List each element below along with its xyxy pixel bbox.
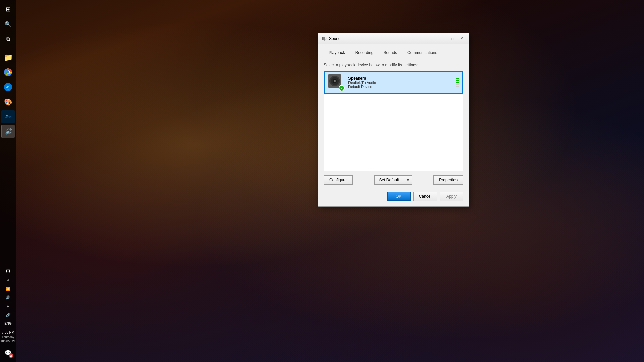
sound-dialog: Sound — □ ✕ Playback Recording Sounds Co… [318, 33, 469, 207]
device-volume-indicator [456, 78, 459, 87]
action-buttons: OK Cancel Apply [324, 189, 463, 201]
dialog-icon [321, 36, 327, 42]
tab-bar: Playback Recording Sounds Communications [324, 48, 463, 57]
apply-button[interactable]: Apply [440, 192, 463, 201]
title-bar-controls: — □ ✕ [440, 35, 466, 42]
empty-list-area [324, 94, 463, 171]
properties-button[interactable]: Properties [433, 175, 463, 185]
device-list[interactable]: ✓ Speakers Realtek(R) Audio Default Devi… [324, 71, 463, 171]
device-icon-container: ✓ [328, 74, 344, 90]
device-name: Speakers [348, 76, 456, 81]
ok-button[interactable]: OK [387, 192, 411, 201]
playback-description: Select a playback device below to modify… [324, 63, 463, 67]
device-info: Speakers Realtek(R) Audio Default Device [348, 76, 456, 89]
tab-sounds[interactable]: Sounds [378, 48, 402, 57]
device-status: Default Device [348, 85, 456, 89]
default-device-badge: ✓ [339, 85, 345, 91]
set-default-group: Set Default ▼ [374, 175, 412, 185]
device-action-buttons: Configure Set Default ▼ Properties [324, 175, 463, 185]
minimize-button[interactable]: — [440, 35, 448, 42]
maximize-button[interactable]: □ [448, 35, 457, 42]
close-button[interactable]: ✕ [457, 35, 466, 42]
svg-point-11 [334, 81, 335, 82]
desktop: ⊞ 🔍 ⧉ 📁 [0, 0, 644, 362]
tab-playback[interactable]: Playback [324, 48, 350, 57]
dialog-title: Sound [329, 36, 440, 41]
svg-rect-4 [322, 37, 323, 40]
configure-button[interactable]: Configure [324, 175, 353, 185]
device-driver: Realtek(R) Audio [348, 81, 456, 85]
dialog-content: Playback Recording Sounds Communications… [318, 44, 469, 206]
tab-communications[interactable]: Communications [402, 48, 442, 57]
set-default-button[interactable]: Set Default [374, 175, 404, 185]
title-bar[interactable]: Sound — □ ✕ [318, 33, 469, 44]
dialog-overlay: Sound — □ ✕ Playback Recording Sounds Co… [0, 0, 644, 362]
device-item-speakers[interactable]: ✓ Speakers Realtek(R) Audio Default Devi… [324, 71, 463, 94]
tab-recording[interactable]: Recording [350, 48, 379, 57]
set-default-dropdown-button[interactable]: ▼ [404, 175, 412, 185]
svg-marker-5 [323, 36, 325, 41]
cancel-button[interactable]: Cancel [413, 192, 437, 201]
